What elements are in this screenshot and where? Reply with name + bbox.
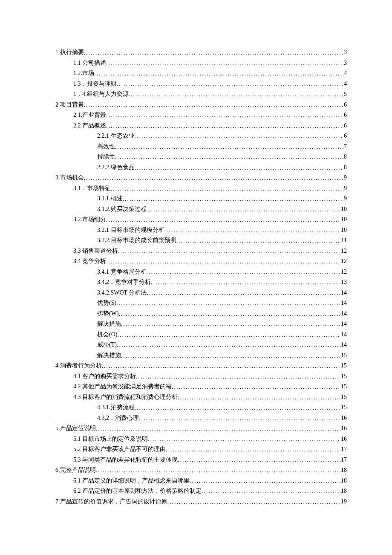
toc-leader-dots	[121, 353, 340, 359]
toc-entry[interactable]: 4.消费者行为分析15	[55, 363, 347, 369]
toc-entry[interactable]: 3.2.2.目标市场的成长前景预测11	[55, 237, 347, 243]
toc-leader-dots	[139, 416, 340, 422]
toc-entry[interactable]: 4.2 其他产品为何没能满足消费者的需15	[55, 384, 347, 390]
toc-entry-page: 15	[340, 353, 347, 358]
toc-entry-page: 15	[340, 394, 347, 400]
toc-entry-page: 11	[341, 237, 347, 243]
toc-entry[interactable]: 3.1.1.概述9	[55, 196, 347, 202]
toc-entry[interactable]: 持续性8	[55, 154, 347, 160]
toc-entry[interactable]: 2.2.1 生态农业6	[55, 133, 347, 139]
toc-entry-title: 6.2 产品定价的基本原则和方法，价格策略的制定	[73, 488, 202, 494]
toc-entry-page: 17	[340, 446, 347, 452]
toc-entry[interactable]: 3.4.2.SWOT 分析法14	[55, 290, 347, 296]
toc-leader-dots	[96, 468, 341, 474]
toc-entry[interactable]: 3.4 竞争分析12	[55, 258, 347, 264]
toc-entry[interactable]: 4.3 目标客户的消费流程和消费心理分析15	[55, 394, 347, 400]
toc-entry[interactable]: 3.3 销售渠道分析12	[55, 248, 347, 254]
toc-entry[interactable]: 1.1 公司描述3	[55, 60, 347, 66]
toc-entry[interactable]: 6.2 产品定价的基本原则和方法，价格策略的制定18	[55, 488, 347, 494]
toc-entry[interactable]: 5.3 与同类产品的差异化特征的主要体现17	[55, 457, 347, 463]
toc-leader-dots	[167, 499, 341, 505]
toc-entry-title: 机会(O)	[97, 332, 117, 338]
toc-entry-title: 2.2.2.绿色食品	[97, 165, 135, 171]
toc-leader-dots	[111, 186, 344, 192]
toc-leader-dots	[123, 196, 344, 202]
toc-leader-dots	[117, 332, 340, 338]
toc-leader-dots	[129, 92, 344, 98]
toc-leader-dots	[147, 269, 341, 275]
toc-entry-title: 威胁(T)	[97, 342, 117, 348]
toc-entry-title: 1.1 公司描述	[73, 60, 106, 66]
toc-entry[interactable]: 优势(S)14	[55, 300, 347, 306]
toc-entry[interactable]: 1.2.市场4	[55, 70, 347, 76]
toc-entry[interactable]: 3.1．市场特征9	[55, 185, 347, 191]
toc-entry[interactable]: 机会(O)14	[55, 332, 347, 338]
toc-entry-page: 13	[340, 279, 347, 285]
toc-entry[interactable]: 3.4.1 竞争格局分析12	[55, 269, 347, 275]
toc-entry[interactable]: 7.产品宣传的价值诉求，广告词的设计原则19	[55, 499, 347, 505]
toc-entry[interactable]: 4.3.2．消费心理16	[55, 415, 347, 421]
toc-entry[interactable]: 5.1 目标市场上的定位及说明16	[55, 436, 347, 442]
toc-entry-page: 12	[340, 248, 347, 254]
toc-entry[interactable]: 4.1 客户的购买需求分析15	[55, 373, 347, 379]
toc-leader-dots	[102, 363, 341, 369]
toc-entry[interactable]: 3.1.2.购买决策过程10	[55, 206, 347, 212]
toc-leader-dots	[106, 259, 340, 265]
toc-leader-dots	[147, 290, 340, 296]
toc-entry[interactable]: 威胁(T)14	[55, 342, 347, 348]
toc-entry-title: 2.2.1 生态农业	[97, 133, 135, 139]
toc-entry-title: 解决措施	[97, 353, 121, 358]
toc-entry-page: 6	[343, 123, 347, 129]
toc-entry[interactable]: 解决措施14	[55, 321, 347, 327]
toc-entry[interactable]: 5.产品定位说明16	[55, 425, 347, 431]
toc-entry[interactable]: 2.2.2.绿色食品8	[55, 165, 347, 171]
toc-entry-title: 4.3.2．消费心理	[97, 415, 139, 421]
toc-entry[interactable]: 劣势(W)14	[55, 311, 347, 317]
toc-leader-dots	[166, 447, 340, 453]
toc-entry-title: 高效性	[97, 144, 115, 150]
toc-entry-page: 15	[340, 405, 347, 410]
toc-entry[interactable]: 5.2 目标客户非买该产品不可的理由17	[55, 446, 347, 452]
toc-entry-title: 3.2.2.目标市场的成长前景预测	[97, 237, 176, 243]
toc-leader-dots	[178, 457, 340, 463]
toc-entry-title: 3.4.1 竞争格局分析	[97, 269, 147, 275]
toc-entry-page: 14	[340, 300, 347, 306]
toc-entry[interactable]: 2.2 产品概述6	[55, 123, 347, 129]
toc-entry-page: 7	[343, 144, 347, 150]
toc-entry-page: 15	[340, 373, 347, 379]
toc-entry-title: 3.2.1 目标市场的规模分析	[97, 227, 164, 233]
toc-entry[interactable]: 高效性7	[55, 144, 347, 150]
toc-entry[interactable]: 2 项目背景6	[55, 102, 347, 108]
toc-entry[interactable]: 3.市场机会9	[55, 175, 347, 181]
toc-entry-page: 10	[340, 227, 347, 233]
toc-entry-page: 14	[340, 290, 347, 296]
toc-entry-title: 4.3.1.消费流程	[97, 405, 135, 410]
toc-leader-dots	[148, 436, 340, 442]
toc-entry[interactable]: 1.3．投资与理财4	[55, 81, 347, 87]
toc-entry-title: 2.2 产品概述	[73, 123, 106, 129]
toc-entry-title: 3.4 竞争分析	[73, 258, 106, 264]
toc-entry-page: 3	[343, 49, 347, 55]
toc-entry-page: 6	[343, 133, 347, 139]
toc-entry[interactable]: 1.执行摘要3	[55, 49, 347, 55]
toc-entry-page: 16	[340, 425, 347, 431]
toc-entry-title: 6.1 产品定义的详细说明，产品概念来自哪里	[73, 478, 190, 484]
toc-entry-title: 2 项目背景	[55, 102, 84, 108]
toc-entry-title: 3.市场机会	[55, 175, 84, 181]
toc-leader-dots	[135, 405, 341, 411]
toc-entry[interactable]: 2.1.产业背景6	[55, 112, 347, 118]
toc-entry[interactable]: 解决措施15	[55, 353, 347, 358]
toc-entry-page: 14	[340, 342, 347, 348]
toc-entry[interactable]: 3.4.2．竞争对手分析13	[55, 279, 347, 285]
toc-entry-title: 3.1．市场特征	[73, 185, 111, 191]
toc-entry[interactable]: 4.3.1.消费流程15	[55, 405, 347, 410]
toc-entry[interactable]: 6.完整产品说明18	[55, 467, 347, 473]
toc-entry-page: 8	[343, 154, 347, 160]
toc-entry[interactable]: 3.2.1 目标市场的规模分析10	[55, 227, 347, 233]
toc-entry[interactable]: 1．4.组织与人力资源5	[55, 91, 347, 97]
toc-entry[interactable]: 6.1 产品定义的详细说明，产品概念来自哪里18	[55, 478, 347, 484]
toc-entry[interactable]: 3.2.市场细分10	[55, 217, 347, 223]
toc-entry-page: 15	[340, 384, 347, 390]
toc-entry-page: 6	[343, 112, 347, 118]
toc-entry-title: 2.1.产业背景	[73, 112, 106, 118]
